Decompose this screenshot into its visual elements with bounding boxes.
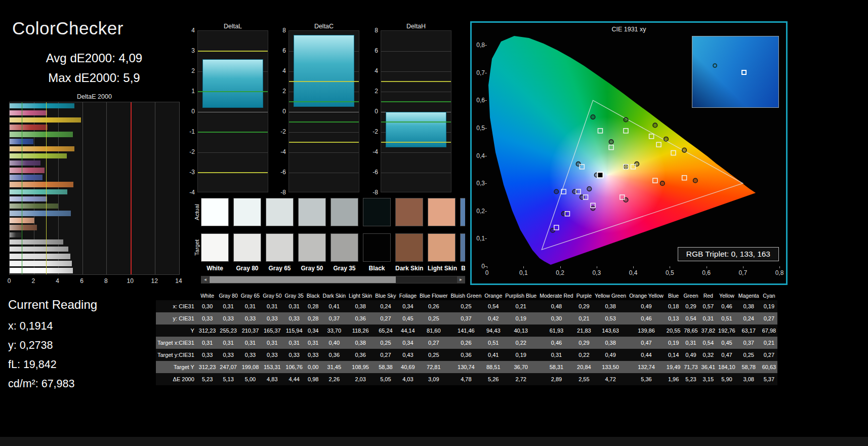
- column-header-red: Red: [700, 291, 717, 300]
- table-cell: 0,33: [283, 349, 305, 361]
- table-row-target-x-cie31: Target x:CIE310,310,310,310,310,310,310,…: [156, 337, 777, 349]
- gridline--6: [381, 173, 451, 173]
- table-cell: 0,38: [737, 300, 761, 312]
- table-cell: 0,28: [305, 312, 321, 325]
- table-cell: 0,38: [347, 337, 374, 349]
- table-cell: 0,21: [575, 312, 593, 325]
- gridline-6: [82, 102, 83, 274]
- swatch-target-black: [363, 233, 391, 262]
- gridline--2: [198, 152, 268, 153]
- table-cell: 0,25: [374, 337, 397, 349]
- table-cell: 0,25: [449, 300, 483, 312]
- swatch-actual-light-skin: [428, 198, 456, 226]
- swatch-actual-gray-35: [330, 198, 358, 226]
- table-cell: 0,31: [217, 300, 239, 312]
- table-cell: 36,41: [700, 361, 717, 373]
- deltae-bar-dark-skin: [10, 225, 37, 230]
- measurement-table: WhiteGray 80Gray 65Gray 50Gray 35BlackDa…: [156, 291, 777, 385]
- swatch-target-gray-65: [266, 233, 294, 262]
- deltae-bar-magenta: [10, 110, 47, 116]
- cie-panel[interactable]: CIE 1931 xy RGB Triplet: 0, 133, 163 0,8…: [470, 21, 788, 285]
- table-cell: 0,47: [628, 337, 665, 349]
- ref-line--3: [198, 172, 268, 173]
- max-de2000-value: Max dE2000: 5,9: [0, 71, 188, 85]
- column-header-moderate-red: Moderate Red: [538, 291, 575, 300]
- table-cell: 106,76: [283, 361, 305, 373]
- table-cell: 2,26: [321, 373, 348, 385]
- table-row--e-2000: ΔE 20005,235,135,004,834,440,982,262,035…: [156, 373, 777, 385]
- table-cell: 0,19: [761, 300, 778, 312]
- table-cell: 5,37: [761, 373, 778, 385]
- cie-x-tick-label: 0,3: [590, 269, 603, 276]
- x-tick-label: 12: [149, 277, 159, 285]
- gamut-triangle: [542, 100, 742, 250]
- deltah-chart: DeltaH86420-2-4-6-8: [364, 23, 452, 201]
- scroll-right-button[interactable]: ►: [457, 276, 465, 283]
- cie-x-tick-label: 0: [480, 269, 493, 276]
- table-cell: 5,26: [483, 373, 504, 385]
- ref-line--3: [381, 142, 451, 143]
- table-cell: 0,31: [197, 337, 218, 349]
- table-cell: 0,36: [347, 349, 374, 361]
- table-cell: 63,17: [737, 325, 761, 337]
- table-cell: 0,31: [283, 337, 305, 349]
- cie-x-tick-label: 0,6: [700, 269, 713, 276]
- column-header-blue-flower: Blue Flower: [418, 291, 449, 300]
- table-cell: 0,33: [239, 312, 261, 325]
- row-label: Y: [156, 325, 197, 337]
- table-cell: 0,29: [682, 300, 699, 312]
- y-tick-label: -1: [181, 128, 195, 135]
- scroll-left-button[interactable]: ◄: [201, 276, 209, 283]
- gridline--6: [289, 173, 359, 173]
- table-cell: 0,40: [321, 337, 348, 349]
- deltac-bar: [294, 35, 354, 107]
- y-tick-label: 0: [272, 108, 286, 115]
- cie-x-tick: [707, 266, 707, 268]
- y-tick-label: 8: [364, 27, 378, 34]
- table-cell: 0,25: [418, 349, 449, 361]
- table-cell: 0,54: [700, 337, 717, 349]
- target-point: [656, 142, 661, 147]
- swatch-label-black: Black: [363, 265, 391, 272]
- x-tick-label: 6: [77, 277, 87, 285]
- swatch-row-label-actual: Actual: [194, 198, 201, 226]
- table-cell: 0,22: [504, 337, 538, 349]
- table-cell: 21,83: [575, 325, 593, 337]
- cie-x-tick-label: 0,7: [736, 269, 750, 276]
- deltae-bar-yellow-green: [10, 153, 67, 159]
- gridline--4: [289, 152, 359, 153]
- table-cell: 0,27: [374, 349, 397, 361]
- deltae-bar-green: [10, 132, 73, 137]
- target-point: [649, 134, 654, 139]
- measured-point: [624, 165, 628, 169]
- swatch-scrollbar[interactable]: ◄►: [201, 276, 465, 283]
- y-tick-label: 8: [272, 27, 286, 34]
- table-cell: 153,31: [261, 361, 283, 373]
- column-header-green: Green: [682, 291, 699, 300]
- deltah-title: DeltaH: [381, 23, 451, 30]
- swatch-label-light-skin: Light Skin: [428, 265, 456, 272]
- table-cell: 184,10: [717, 361, 737, 373]
- deltae2000-x-axis: 02468101214: [9, 277, 180, 286]
- table-cell: 5,05: [374, 373, 397, 385]
- reading-cdm2: cd/m²: 67,983: [8, 378, 74, 390]
- table-cell: 141,46: [449, 325, 483, 337]
- y-tick-label: 0: [364, 108, 378, 115]
- table-cell: 210,37: [239, 325, 261, 337]
- cie-y-tick-label: 0,7: [473, 69, 485, 76]
- table-cell: 94,43: [483, 325, 504, 337]
- ref-line--1: [381, 121, 451, 123]
- deltae-bar-black: [10, 232, 21, 238]
- column-header-yellow-green: Yellow Green: [593, 291, 628, 300]
- cie-y-tick: [485, 156, 487, 156]
- column-header-dark-skin: Dark Skin: [321, 291, 348, 300]
- cie-x-tick-label: 0,4: [627, 269, 640, 276]
- table-cell: 20,55: [665, 325, 682, 337]
- cie-x-tick: [633, 266, 634, 268]
- table-cell: 4,03: [398, 373, 418, 385]
- scrollbar-thumb[interactable]: [210, 276, 396, 283]
- table-cell: 0,31: [239, 300, 261, 312]
- gridline-0: [198, 112, 268, 112]
- table-cell: 0,33: [239, 349, 261, 361]
- table-cell: 115,94: [283, 325, 305, 337]
